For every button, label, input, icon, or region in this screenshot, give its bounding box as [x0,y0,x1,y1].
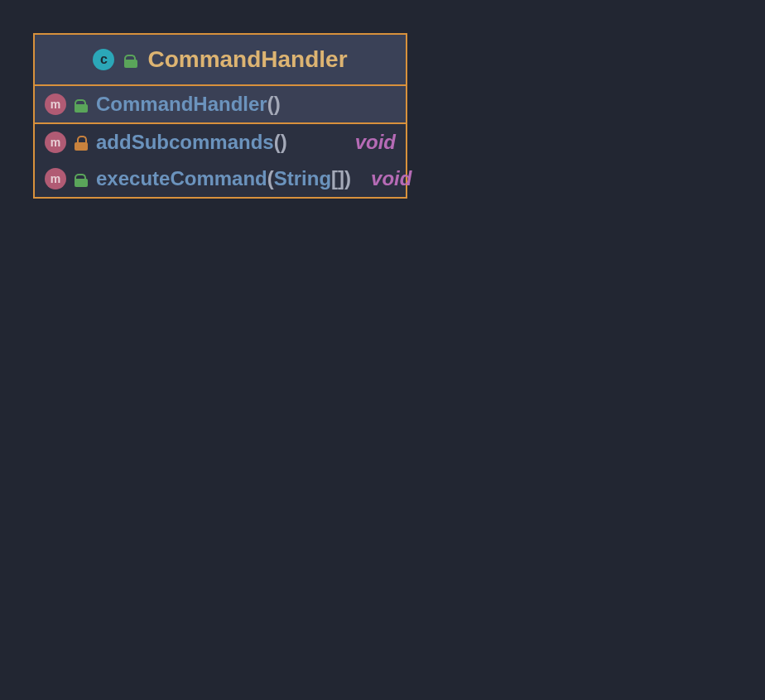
class-diagram: c CommandHandler m CommandHandler() m ad… [33,33,407,199]
unlock-icon [124,53,137,66]
class-header[interactable]: c CommandHandler [35,35,406,86]
lock-icon [75,136,88,149]
return-type: void [344,131,396,154]
member-row[interactable]: m CommandHandler() [35,86,406,124]
member-row[interactable]: m executeCommand(String[]) void [35,161,406,197]
class-name: CommandHandler [147,46,347,73]
member-name: executeCommand [96,167,267,190]
method-icon: m [45,168,66,189]
return-type: void [359,167,411,190]
member-name: addSubcommands [96,131,274,154]
unlock-icon [75,98,88,111]
unlock-icon [75,172,88,185]
method-icon: m [45,132,66,153]
class-icon: c [93,49,114,70]
member-signature: executeCommand(String[]) [96,167,351,190]
member-row[interactable]: m addSubcommands() void [35,124,406,161]
member-signature: addSubcommands() [96,131,287,154]
member-name: CommandHandler [96,93,267,116]
member-signature: CommandHandler() [96,93,281,116]
method-icon: m [45,93,66,115]
